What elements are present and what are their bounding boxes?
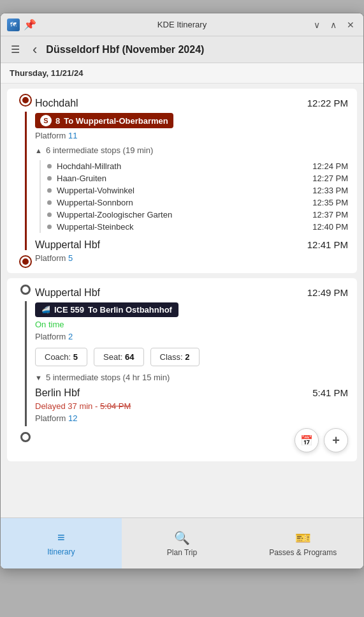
platform-num-val-1: 1 bbox=[73, 131, 77, 140]
train-destination-1: To Wuppertal-Oberbarmen bbox=[64, 116, 168, 126]
int-dot bbox=[47, 200, 52, 205]
train-number-1: 8 bbox=[55, 116, 60, 126]
date-header: Thursday, 11/21/24 bbox=[1, 63, 363, 84]
nav-label-itinerary: Itinerary bbox=[47, 547, 75, 556]
int-dot bbox=[47, 164, 52, 168]
origin-row-2: Wuppertal Hbf 12:49 PM bbox=[16, 287, 348, 299]
bottom-navigation: ≡ Itinerary 🔍 Plan Trip 🎫 Passes & Progr… bbox=[1, 517, 363, 569]
int-stop-name: Wuppertal-Zoologischer Garten bbox=[57, 210, 312, 219]
intermediate-stop-item: Wuppertal-Sonnborn 12:35 PM bbox=[47, 197, 348, 209]
intermediate-stop-item: Wuppertal-Steinbeck 12:40 PM bbox=[47, 221, 348, 233]
intermediate-label-2: 5 intermediate stops (4 hr 15 min) bbox=[46, 373, 170, 382]
int-dot bbox=[47, 225, 52, 229]
coach-cell: Coach: 5 bbox=[35, 348, 87, 366]
nav-item-plan-trip[interactable]: 🔍 Plan Trip bbox=[122, 518, 243, 569]
nav-item-passes[interactable]: 🎫 Passes & Programs bbox=[242, 518, 363, 569]
intermediate-stop-item: Wuppertal-Vohwinkel 12:33 PM bbox=[47, 184, 348, 197]
page-title: Düsseldorf Hbf (November 2024) bbox=[46, 44, 204, 56]
int-stop-time: 12:40 PM bbox=[312, 222, 348, 232]
app-window: 🗺 📌 KDE Itinerary ∨ ∧ ✕ ☰ ‹ Düsseldorf H… bbox=[0, 13, 364, 569]
s-badge-circle: S bbox=[40, 115, 52, 126]
titlebar-title: KDE Itinerary bbox=[157, 20, 207, 29]
timeline-line-2 bbox=[25, 301, 27, 426]
platform-label-1: Platform bbox=[35, 131, 66, 140]
int-stop-time: 12:35 PM bbox=[312, 198, 348, 207]
timeline-line-1 bbox=[25, 112, 27, 250]
class-val: 2 bbox=[185, 352, 189, 362]
int-stop-time: 12:24 PM bbox=[312, 161, 348, 171]
content-area[interactable]: Hochdahl 12:22 PM S 8 To Wuppertal-Oberb… bbox=[1, 84, 363, 517]
maximize-button[interactable]: ∧ bbox=[328, 19, 339, 31]
intermediate-toggle-2[interactable]: ▼ 5 intermediate stops (4 hr 15 min) bbox=[16, 373, 348, 382]
destination-time-2: 5:41 PM bbox=[312, 387, 348, 398]
nav-item-itinerary[interactable]: ≡ Itinerary bbox=[1, 518, 122, 569]
back-button[interactable]: ‹ bbox=[29, 39, 41, 61]
delay-row: Delayed 37 min - 5:04 PM bbox=[16, 401, 348, 411]
chevron-up-icon-1: ▲ bbox=[35, 147, 42, 154]
dest-platform-label-2: Platform bbox=[35, 413, 66, 423]
titlebar-controls: ∨ ∧ ✕ bbox=[311, 19, 357, 31]
int-dot bbox=[47, 212, 52, 217]
platform-row-2: Platform 2 bbox=[16, 332, 348, 341]
status-badge: On time bbox=[16, 320, 348, 329]
calendar-fab-button[interactable]: 📅 bbox=[295, 428, 319, 452]
coach-val: 5 bbox=[73, 352, 78, 362]
close-button[interactable]: ✕ bbox=[344, 19, 357, 31]
dest-platform-label-1: Platform bbox=[35, 253, 66, 263]
seat-val: 64 bbox=[125, 352, 134, 362]
int-stop-name: Haan-Gruiten bbox=[57, 174, 312, 183]
ice-badge-2: 🚄 ICE 559 To Berlin Ostbahnhof bbox=[35, 302, 178, 317]
intermediate-stop-item: Haan-Gruiten 12:27 PM bbox=[47, 172, 348, 184]
origin-time-1: 12:22 PM bbox=[307, 98, 348, 108]
origin-time-2: 12:49 PM bbox=[307, 287, 348, 298]
dest-platform-row-1: Platform 5 bbox=[16, 253, 348, 263]
fab-area: 📅 + bbox=[295, 428, 348, 452]
train-badge-1: S 8 To Wuppertal-Oberbarmen bbox=[35, 113, 173, 128]
int-dot bbox=[47, 188, 52, 193]
plan-trip-icon: 🔍 bbox=[174, 530, 190, 546]
journey-card-2: Wuppertal Hbf 12:49 PM 🚄 ICE 559 To Berl… bbox=[7, 278, 357, 461]
intermediate-toggle-1[interactable]: ▲ 6 intermediate stops (19 min) bbox=[16, 145, 348, 155]
destination-name-2: Berlin Hbf bbox=[35, 387, 80, 399]
origin-name-1: Hochdahl bbox=[35, 98, 78, 109]
intermediate-stop-item: Wuppertal-Zoologischer Garten 12:37 PM bbox=[47, 209, 348, 221]
nav-label-plan-trip: Plan Trip bbox=[167, 548, 197, 557]
seat-label: Seat: bbox=[103, 352, 122, 362]
int-dot bbox=[47, 176, 52, 181]
intermediate-stops-1: Hochdahl-Millrath 12:24 PM Haan-Gruiten … bbox=[40, 160, 348, 233]
destination-row-2: Berlin Hbf 5:41 PM bbox=[16, 387, 348, 399]
origin-name-2: Wuppertal Hbf bbox=[35, 287, 100, 299]
intermediate-label-1: 6 intermediate stops (19 min) bbox=[46, 145, 153, 155]
int-stop-name: Wuppertal-Steinbeck bbox=[57, 222, 312, 232]
app-icon: 🗺 bbox=[7, 19, 20, 31]
destination-name-1: Wuppertal Hbf bbox=[35, 239, 100, 251]
int-stop-name: Wuppertal-Sonnborn bbox=[57, 198, 312, 207]
passes-icon: 🎫 bbox=[295, 530, 311, 546]
int-stop-name: Wuppertal-Vohwinkel bbox=[57, 186, 312, 195]
add-fab-button[interactable]: + bbox=[324, 428, 348, 452]
dest-platform-num-2: 12 bbox=[68, 413, 77, 423]
seat-cell: Seat: 64 bbox=[94, 348, 143, 366]
destination-time-1: 12:41 PM bbox=[307, 239, 348, 250]
int-stop-time: 12:33 PM bbox=[312, 186, 348, 195]
itinerary-icon: ≡ bbox=[57, 530, 65, 545]
origin-row-1: Hochdahl 12:22 PM bbox=[16, 98, 348, 109]
timeline-dot-bottom-2 bbox=[20, 432, 31, 442]
old-time: 5:04 PM bbox=[100, 401, 131, 411]
platform-num-2: 2 bbox=[68, 332, 73, 341]
chevron-down-icon-2: ▼ bbox=[35, 374, 42, 382]
destination-row-1: Wuppertal Hbf 12:41 PM bbox=[16, 239, 348, 251]
minimize-button[interactable]: ∨ bbox=[311, 19, 323, 31]
date-label: Thursday, 11/21/24 bbox=[10, 68, 83, 78]
class-cell: Class: 2 bbox=[150, 348, 200, 366]
titlebar-left: 🗺 📌 bbox=[7, 19, 36, 31]
coach-label: Coach: bbox=[45, 352, 71, 362]
dest-platform-num-1: 5 bbox=[68, 253, 73, 263]
menu-button[interactable]: ☰ bbox=[7, 41, 24, 58]
timeline-dot-bottom-1 bbox=[20, 256, 31, 267]
intermediate-stop-item: Hochdahl-Millrath 12:24 PM bbox=[47, 160, 348, 172]
ice-destination: To Berlin Ostbahnhof bbox=[88, 305, 172, 315]
toolbar: ☰ ‹ Düsseldorf Hbf (November 2024) bbox=[1, 36, 363, 63]
journey-card-1: Hochdahl 12:22 PM S 8 To Wuppertal-Oberb… bbox=[7, 89, 357, 273]
platform-row-1: Platform 11 bbox=[16, 131, 348, 140]
